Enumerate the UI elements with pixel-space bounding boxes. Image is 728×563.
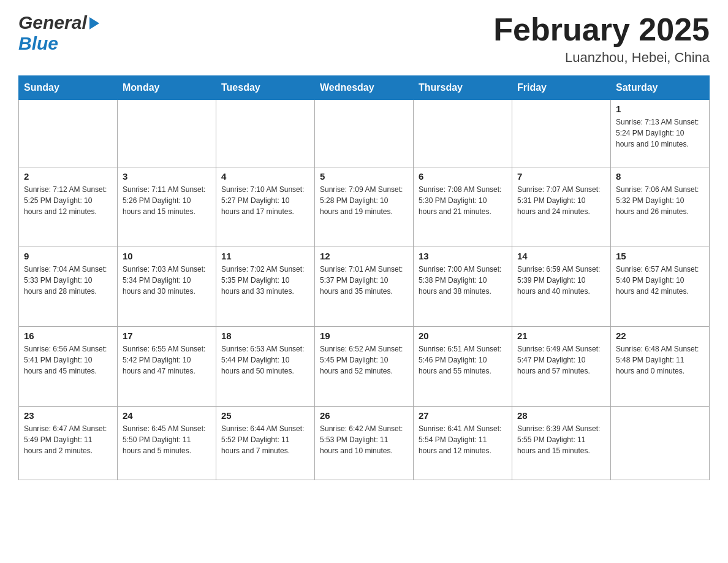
- logo-arrow-icon: [89, 17, 99, 29]
- day-info: Sunrise: 6:47 AM Sunset: 5:49 PM Dayligh…: [24, 423, 112, 456]
- table-row: 21Sunrise: 6:49 AM Sunset: 5:47 PM Dayli…: [512, 327, 611, 407]
- header-wednesday: Wednesday: [315, 76, 414, 100]
- table-row: 23Sunrise: 6:47 AM Sunset: 5:49 PM Dayli…: [19, 407, 118, 480]
- table-row: 9Sunrise: 7:04 AM Sunset: 5:33 PM Daylig…: [19, 247, 118, 327]
- day-number: 19: [320, 331, 408, 341]
- day-info: Sunrise: 7:02 AM Sunset: 5:35 PM Dayligh…: [221, 264, 309, 297]
- table-row: 27Sunrise: 6:41 AM Sunset: 5:54 PM Dayli…: [414, 407, 512, 480]
- day-info: Sunrise: 7:13 AM Sunset: 5:24 PM Dayligh…: [616, 117, 704, 150]
- table-row: [19, 100, 118, 167]
- day-info: Sunrise: 7:08 AM Sunset: 5:30 PM Dayligh…: [419, 184, 507, 217]
- page-header: General Blue February 2025 Luanzhou, Heb…: [18, 12, 710, 66]
- table-row: [216, 100, 315, 167]
- week-row-4: 16Sunrise: 6:56 AM Sunset: 5:41 PM Dayli…: [19, 327, 710, 407]
- week-row-3: 9Sunrise: 7:04 AM Sunset: 5:33 PM Daylig…: [19, 247, 710, 327]
- day-info: Sunrise: 6:44 AM Sunset: 5:52 PM Dayligh…: [221, 423, 309, 456]
- day-info: Sunrise: 7:04 AM Sunset: 5:33 PM Dayligh…: [24, 264, 112, 297]
- day-number: 21: [517, 331, 605, 341]
- day-info: Sunrise: 6:45 AM Sunset: 5:50 PM Dayligh…: [123, 423, 211, 456]
- day-info: Sunrise: 6:55 AM Sunset: 5:42 PM Dayligh…: [123, 343, 211, 377]
- table-row: 5Sunrise: 7:09 AM Sunset: 5:28 PM Daylig…: [315, 167, 414, 247]
- day-number: 22: [616, 331, 704, 341]
- day-info: Sunrise: 6:56 AM Sunset: 5:41 PM Dayligh…: [24, 343, 112, 377]
- day-number: 2: [24, 171, 112, 182]
- table-row: [611, 407, 710, 480]
- day-info: Sunrise: 7:01 AM Sunset: 5:37 PM Dayligh…: [320, 264, 408, 297]
- day-info: Sunrise: 6:59 AM Sunset: 5:39 PM Dayligh…: [517, 264, 605, 297]
- day-number: 12: [320, 251, 408, 261]
- day-number: 11: [221, 251, 309, 261]
- table-row: [512, 100, 611, 167]
- table-row: 14Sunrise: 6:59 AM Sunset: 5:39 PM Dayli…: [512, 247, 611, 327]
- week-row-1: 1Sunrise: 7:13 AM Sunset: 5:24 PM Daylig…: [19, 100, 710, 167]
- day-info: Sunrise: 6:49 AM Sunset: 5:47 PM Dayligh…: [517, 343, 605, 377]
- table-row: 28Sunrise: 6:39 AM Sunset: 5:55 PM Dayli…: [512, 407, 611, 480]
- calendar-title-block: February 2025 Luanzhou, Hebei, China: [493, 12, 710, 66]
- day-number: 9: [24, 251, 112, 261]
- day-number: 1: [616, 104, 704, 114]
- day-info: Sunrise: 6:39 AM Sunset: 5:55 PM Dayligh…: [517, 423, 605, 456]
- header-tuesday: Tuesday: [216, 76, 315, 100]
- table-row: [315, 100, 414, 167]
- table-row: 19Sunrise: 6:52 AM Sunset: 5:45 PM Dayli…: [315, 327, 414, 407]
- table-row: [118, 100, 216, 167]
- day-number: 8: [616, 171, 704, 182]
- location-subtitle: Luanzhou, Hebei, China: [493, 50, 710, 66]
- day-number: 10: [123, 251, 211, 261]
- day-number: 14: [517, 251, 605, 261]
- calendar-table: Sunday Monday Tuesday Wednesday Thursday…: [18, 75, 710, 480]
- day-number: 24: [123, 410, 211, 421]
- day-number: 15: [616, 251, 704, 261]
- day-number: 7: [517, 171, 605, 182]
- day-number: 26: [320, 410, 408, 421]
- day-info: Sunrise: 6:53 AM Sunset: 5:44 PM Dayligh…: [221, 343, 309, 377]
- header-sunday: Sunday: [19, 76, 118, 100]
- logo-blue-text: Blue: [18, 33, 58, 53]
- day-number: 17: [123, 331, 211, 341]
- day-info: Sunrise: 7:07 AM Sunset: 5:31 PM Dayligh…: [517, 184, 605, 217]
- day-number: 4: [221, 171, 309, 182]
- header-friday: Friday: [512, 76, 611, 100]
- day-number: 28: [517, 410, 605, 421]
- month-year-title: February 2025: [493, 12, 710, 47]
- day-info: Sunrise: 6:48 AM Sunset: 5:48 PM Dayligh…: [616, 343, 704, 377]
- day-number: 6: [419, 171, 507, 182]
- table-row: 24Sunrise: 6:45 AM Sunset: 5:50 PM Dayli…: [118, 407, 216, 480]
- day-number: 13: [419, 251, 507, 261]
- table-row: 1Sunrise: 7:13 AM Sunset: 5:24 PM Daylig…: [611, 100, 710, 167]
- day-number: 20: [419, 331, 507, 341]
- table-row: 2Sunrise: 7:12 AM Sunset: 5:25 PM Daylig…: [19, 167, 118, 247]
- table-row: 20Sunrise: 6:51 AM Sunset: 5:46 PM Dayli…: [414, 327, 512, 407]
- weekday-header-row: Sunday Monday Tuesday Wednesday Thursday…: [19, 76, 710, 100]
- table-row: [414, 100, 512, 167]
- day-info: Sunrise: 7:12 AM Sunset: 5:25 PM Dayligh…: [24, 184, 112, 217]
- table-row: 6Sunrise: 7:08 AM Sunset: 5:30 PM Daylig…: [414, 167, 512, 247]
- table-row: 7Sunrise: 7:07 AM Sunset: 5:31 PM Daylig…: [512, 167, 611, 247]
- table-row: 22Sunrise: 6:48 AM Sunset: 5:48 PM Dayli…: [611, 327, 710, 407]
- day-number: 27: [419, 410, 507, 421]
- day-info: Sunrise: 6:52 AM Sunset: 5:45 PM Dayligh…: [320, 343, 408, 377]
- day-number: 5: [320, 171, 408, 182]
- week-row-5: 23Sunrise: 6:47 AM Sunset: 5:49 PM Dayli…: [19, 407, 710, 480]
- table-row: 16Sunrise: 6:56 AM Sunset: 5:41 PM Dayli…: [19, 327, 118, 407]
- day-info: Sunrise: 7:03 AM Sunset: 5:34 PM Dayligh…: [123, 264, 211, 297]
- day-number: 25: [221, 410, 309, 421]
- header-monday: Monday: [118, 76, 216, 100]
- table-row: 25Sunrise: 6:44 AM Sunset: 5:52 PM Dayli…: [216, 407, 315, 480]
- table-row: 8Sunrise: 7:06 AM Sunset: 5:32 PM Daylig…: [611, 167, 710, 247]
- day-info: Sunrise: 6:42 AM Sunset: 5:53 PM Dayligh…: [320, 423, 408, 456]
- table-row: 12Sunrise: 7:01 AM Sunset: 5:37 PM Dayli…: [315, 247, 414, 327]
- table-row: 17Sunrise: 6:55 AM Sunset: 5:42 PM Dayli…: [118, 327, 216, 407]
- day-info: Sunrise: 7:11 AM Sunset: 5:26 PM Dayligh…: [123, 184, 211, 217]
- day-info: Sunrise: 7:06 AM Sunset: 5:32 PM Dayligh…: [616, 184, 704, 217]
- logo: General Blue: [18, 12, 99, 54]
- day-info: Sunrise: 7:00 AM Sunset: 5:38 PM Dayligh…: [419, 264, 507, 297]
- table-row: 11Sunrise: 7:02 AM Sunset: 5:35 PM Dayli…: [216, 247, 315, 327]
- day-number: 3: [123, 171, 211, 182]
- logo-general-text: General: [18, 12, 87, 33]
- table-row: 10Sunrise: 7:03 AM Sunset: 5:34 PM Dayli…: [118, 247, 216, 327]
- day-info: Sunrise: 6:57 AM Sunset: 5:40 PM Dayligh…: [616, 264, 704, 297]
- header-thursday: Thursday: [414, 76, 512, 100]
- week-row-2: 2Sunrise: 7:12 AM Sunset: 5:25 PM Daylig…: [19, 167, 710, 247]
- day-info: Sunrise: 7:09 AM Sunset: 5:28 PM Dayligh…: [320, 184, 408, 217]
